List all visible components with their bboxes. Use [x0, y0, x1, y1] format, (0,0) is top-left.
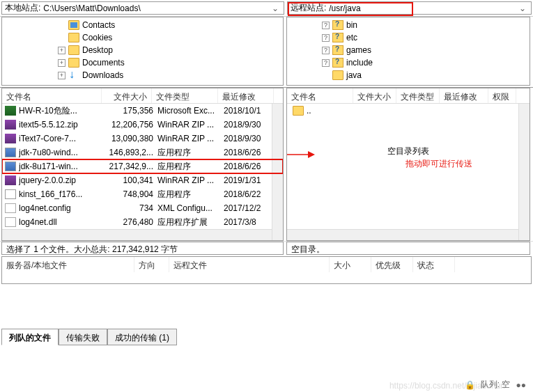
local-status: 选择了 1 个文件。大小总共: 217,342,912 字节 — [1, 242, 284, 255]
folder-icon — [68, 33, 79, 42]
file-icon — [5, 134, 16, 143]
tree-item[interactable]: +Desktop — [2, 44, 283, 56]
hint-annotation: 拖动即可进行传送 — [405, 158, 472, 170]
tree-item-label: Cookies — [82, 33, 112, 42]
file-date: 2018/6/26 — [224, 148, 279, 157]
file-name: kinst_166_f176... — [19, 189, 107, 199]
local-path-label: 本地站点: — [5, 2, 40, 14]
file-name: iText7-Core-7... — [19, 134, 107, 143]
folder-up-icon — [293, 106, 304, 116]
local-list-header[interactable]: 文件名 文件大小 文件类型 最近修改 — [2, 88, 283, 104]
tree-item[interactable]: ?include — [287, 56, 530, 69]
tree-item[interactable]: Contacts — [2, 19, 283, 31]
file-type: 应用程序扩展 — [157, 217, 224, 228]
tree-item[interactable]: +Documents — [2, 56, 283, 69]
file-row[interactable]: jdk-7u80-wind... 146,893,2... 应用程序 2018/… — [2, 146, 283, 159]
expand-unknown-icon[interactable]: ? — [322, 59, 330, 67]
col-size[interactable]: 文件大小 — [353, 88, 396, 103]
file-type: WinRAR ZIP ... — [157, 175, 224, 185]
file-row[interactable]: itext5-5.5.12.zip 12,206,756 WinRAR ZIP … — [2, 118, 283, 132]
file-size: 748,904 — [107, 189, 157, 199]
col-size[interactable]: 文件大小 — [102, 88, 152, 103]
path-bar: 本地站点: ⌄ 远程站点: ⌄ — [0, 0, 533, 17]
remote-file-list[interactable]: 文件名 文件大小 文件类型 最近修改 权限 .. 空目录列表 拖动即可进行传送 — [286, 88, 530, 241]
file-icon — [5, 148, 16, 157]
file-row[interactable]: kinst_166_f176... 748,904 应用程序 2018/6/22 — [2, 187, 283, 201]
file-row[interactable]: HW-R-10危险... 175,356 Microsoft Exc... 20… — [2, 104, 283, 118]
col-direction[interactable]: 方向 — [134, 257, 169, 272]
file-icon — [5, 217, 16, 227]
col-state[interactable]: 状态 — [413, 257, 455, 272]
file-icon — [5, 175, 16, 185]
queue-status-label: 队列: 空 — [481, 379, 511, 391]
file-date: 2017/12/2 — [224, 203, 279, 213]
file-row[interactable]: jdk-8u171-win... 217,342,9... 应用程序 2018/… — [2, 159, 283, 173]
col-local-file[interactable]: 服务器/本地文件 — [2, 257, 134, 272]
file-row[interactable]: log4net.config 734 XML Configu... 2017/1… — [2, 201, 283, 215]
tab-success[interactable]: 成功的传输 (1) — [107, 329, 177, 345]
col-remote-file[interactable]: 远程文件 — [169, 257, 330, 272]
transfer-queue[interactable]: 服务器/本地文件 方向 远程文件 大小 优先级 状态 — [1, 256, 532, 284]
file-date: 2018/9/30 — [224, 120, 279, 130]
tree-item[interactable]: ?bin — [287, 19, 530, 31]
download-icon — [68, 70, 79, 80]
file-icon — [5, 120, 16, 130]
file-name: HW-R-10危险... — [19, 105, 107, 117]
file-row[interactable]: log4net.dll 276,480 应用程序扩展 2017/3/8 — [2, 215, 283, 229]
tab-failed[interactable]: 传输失败 — [59, 329, 107, 345]
scrollbar-horizontal[interactable] — [2, 229, 272, 240]
expand-unknown-icon[interactable]: ? — [322, 47, 330, 54]
queue-header[interactable]: 服务器/本地文件 方向 远程文件 大小 优先级 状态 — [2, 257, 531, 272]
file-icon — [5, 189, 16, 199]
file-row[interactable]: iText7-Core-7... 13,090,380 WinRAR ZIP .… — [2, 132, 283, 146]
col-date[interactable]: 最近修改 — [218, 88, 274, 103]
local-file-list[interactable]: 文件名 文件大小 文件类型 最近修改 HW-R-10危险... 175,356 … — [1, 88, 284, 241]
tree-item[interactable]: +Downloads — [2, 69, 283, 81]
file-date: 2018/6/22 — [224, 189, 279, 199]
local-path-input[interactable] — [43, 3, 270, 13]
file-type: Microsoft Exc... — [157, 106, 224, 116]
local-path-cell[interactable]: 本地站点: ⌄ — [1, 1, 284, 15]
folder-icon — [68, 45, 79, 55]
col-type[interactable]: 文件类型 — [396, 88, 440, 103]
remote-list-header[interactable]: 文件名 文件大小 文件类型 最近修改 权限 — [287, 88, 530, 104]
parent-dir-row[interactable]: .. — [287, 104, 530, 118]
tree-item-label: bin — [346, 20, 357, 30]
local-tree[interactable]: ContactsCookies+Desktop+Documents+Downlo… — [1, 17, 284, 86]
tree-item[interactable]: java — [287, 69, 530, 81]
tab-queued[interactable]: 列队的文件 — [1, 329, 59, 345]
col-priority[interactable]: 优先级 — [371, 257, 413, 272]
expand-unknown-icon[interactable]: ? — [322, 34, 330, 42]
folder-question-icon — [332, 33, 343, 42]
col-date[interactable]: 最近修改 — [440, 88, 488, 103]
expand-icon[interactable]: + — [58, 47, 65, 54]
col-perm[interactable]: 权限 — [488, 88, 516, 103]
scrollbar-vertical[interactable] — [518, 104, 530, 240]
tree-item-label: etc — [346, 33, 357, 42]
remote-path-input[interactable] — [329, 3, 517, 13]
scrollbar-horizontal[interactable] — [287, 229, 518, 240]
remote-tree[interactable]: ?bin?etc?games?includejava — [286, 17, 530, 86]
chevron-down-icon[interactable]: ⌄ — [270, 3, 281, 13]
file-type: XML Configu... — [157, 203, 224, 213]
col-name[interactable]: 文件名 — [2, 88, 102, 103]
file-size: 146,893,2... — [107, 148, 157, 157]
expand-icon[interactable]: + — [58, 59, 65, 67]
file-name: jdk-7u80-wind... — [19, 148, 107, 157]
expand-unknown-icon[interactable]: ? — [322, 22, 330, 29]
tree-item[interactable]: ?etc — [287, 31, 530, 44]
remote-path-label: 远程站点: — [291, 2, 326, 14]
tree-item[interactable]: Cookies — [2, 31, 283, 44]
file-row[interactable]: jquery-2.0.0.zip 100,341 WinRAR ZIP ... … — [2, 173, 283, 187]
expand-icon[interactable]: + — [58, 72, 65, 79]
file-type: WinRAR ZIP ... — [157, 134, 224, 143]
col-type[interactable]: 文件类型 — [152, 88, 218, 103]
folder-icon — [332, 70, 343, 80]
tree-item[interactable]: ?games — [287, 44, 530, 56]
file-date: 2019/1/31 — [224, 175, 279, 185]
chevron-down-icon[interactable]: ⌄ — [517, 3, 528, 13]
remote-path-cell[interactable]: 远程站点: ⌄ — [287, 1, 532, 15]
col-size[interactable]: 大小 — [330, 257, 371, 272]
col-name[interactable]: 文件名 — [287, 88, 353, 103]
status-row: 选择了 1 个文件。大小总共: 217,342,912 字节 空目录。 — [0, 241, 533, 255]
